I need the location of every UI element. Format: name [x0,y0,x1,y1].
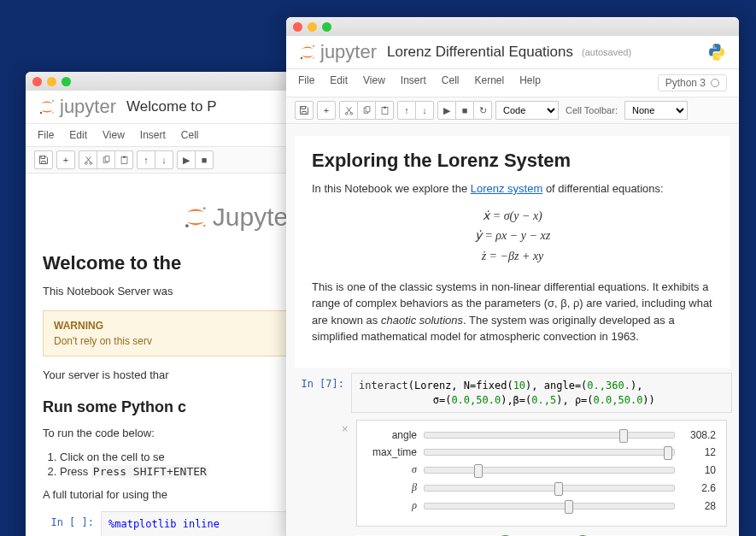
svg-point-14 [313,57,314,59]
kernel-status-icon [711,79,719,87]
run-button[interactable]: ▶ [177,150,196,169]
slider-value: 308.2 [675,429,716,441]
menu-help[interactable]: Help [519,74,541,91]
svg-point-11 [203,225,205,227]
stop-button[interactable]: ■ [195,150,214,169]
close-window-button[interactable] [32,77,42,86]
menu-insert[interactable]: Insert [401,74,426,91]
menu-view[interactable]: View [103,129,125,141]
jupyter-logo: jupyter [38,96,116,118]
notebook-title[interactable]: Welcome to P [126,98,217,115]
menu-insert[interactable]: Insert [140,129,166,141]
python-logo-icon [706,42,727,62]
cut-button[interactable] [339,101,358,120]
copy-button[interactable] [357,101,376,120]
slider-track[interactable] [424,432,675,439]
paste-button[interactable] [114,150,133,169]
save-button[interactable] [34,150,53,169]
menu-edit[interactable]: Edit [69,129,87,141]
cut-icon [84,156,93,165]
menu-cell[interactable]: Cell [181,129,199,141]
minimize-window-button[interactable] [308,22,317,32]
move-down-button[interactable]: ↓ [415,101,434,120]
save-icon [38,155,49,165]
window-titlebar [286,17,739,36]
stop-button[interactable]: ■ [455,101,474,120]
menu-edit[interactable]: Edit [330,74,348,91]
slider-track[interactable] [424,485,675,492]
markdown-intro: In this Notebook we explore the Lorenz s… [312,180,713,197]
slider-label: max_time [362,446,424,458]
restart-button[interactable]: ↻ [473,101,492,120]
svg-point-2 [52,112,54,114]
svg-point-16 [718,57,720,59]
slider-thumb[interactable] [565,500,573,514]
copy-icon [362,106,372,115]
run-button[interactable]: ▶ [437,101,456,120]
markdown-title: Exploring the Lorenz System [312,150,713,172]
slider-row-angle: angle308.2 [362,429,716,441]
menu-file[interactable]: File [298,74,314,91]
slider-thumb[interactable] [554,482,563,496]
slider-track[interactable] [424,503,675,509]
markdown-cell[interactable]: Exploring the Lorenz System In this Note… [295,136,730,368]
notebook-header: jupyter Lorenz Differential Equations (a… [286,36,739,69]
kernel-name: Python 3 [665,77,706,89]
code-input[interactable]: interact(Lorenz, N=fixed(10), angle=(0.,… [351,373,732,414]
notebook-title[interactable]: Lorenz Differential Equations [387,44,573,61]
kernel-indicator[interactable]: Python 3 [658,74,727,91]
slider-track[interactable] [424,467,675,474]
menu-file[interactable]: File [38,129,54,141]
save-icon [299,105,309,115]
menu-view[interactable]: View [363,74,385,91]
zoom-window-button[interactable] [62,77,71,86]
eq-3: ż = −βz + xy [312,246,713,267]
slider-row-ρ: ρ28 [362,499,716,512]
menu-kernel[interactable]: Kernel [475,74,505,91]
svg-rect-20 [366,106,370,111]
menubar: File Edit View Insert Cell Kernel Help P… [286,69,739,97]
lorenz-link[interactable]: Lorenz system [471,182,543,195]
slider-thumb[interactable] [664,446,672,460]
paste-icon [120,156,129,165]
slider-thumb[interactable] [474,464,483,478]
cut-icon [344,106,354,115]
copy-button[interactable] [97,150,115,169]
slider-value: 28 [675,500,716,512]
paste-icon [380,106,390,115]
move-down-button[interactable]: ↓ [155,150,173,169]
slider-thumb[interactable] [619,429,628,443]
input-prompt: In [ ]: [43,511,101,536]
cell-type-select[interactable]: Code [495,101,559,120]
svg-rect-6 [105,156,109,161]
add-cell-button[interactable]: + [317,101,336,120]
minimize-window-button[interactable] [47,77,56,86]
cell-toolbar-select[interactable]: None [624,101,688,120]
widget-close-icon[interactable]: × [342,422,349,435]
paste-button[interactable] [375,101,394,120]
svg-point-1 [40,112,43,115]
move-up-button[interactable]: ↑ [397,101,416,120]
add-cell-button[interactable]: + [56,150,75,169]
svg-point-9 [203,207,206,209]
slider-value: 10 [675,464,716,476]
move-up-button[interactable]: ↑ [137,150,155,169]
interact-widget: × angle308.2max_time12σ10β2.6ρ28 [356,420,727,527]
cut-button[interactable] [79,150,97,169]
slider-row-σ: σ10 [362,463,716,476]
slider-track[interactable] [424,449,675,456]
slider-label: angle [362,429,424,441]
svg-point-12 [313,45,314,47]
markdown-body: This is one of the classic systems in no… [312,279,713,345]
save-button[interactable] [295,101,314,120]
jupyter-logo: jupyter [298,41,377,63]
svg-point-0 [52,100,54,102]
close-window-button[interactable] [293,22,302,32]
slider-row-β: β2.6 [362,481,716,494]
svg-point-10 [185,224,189,227]
eq-2: ẏ = ρx − y − xz [312,226,713,246]
eq-1: ẋ = σ(y − x) [312,206,713,227]
code-cell[interactable]: In [7]: interact(Lorenz, N=fixed(10), an… [293,373,732,414]
menu-cell[interactable]: Cell [442,74,460,91]
zoom-window-button[interactable] [322,22,331,32]
